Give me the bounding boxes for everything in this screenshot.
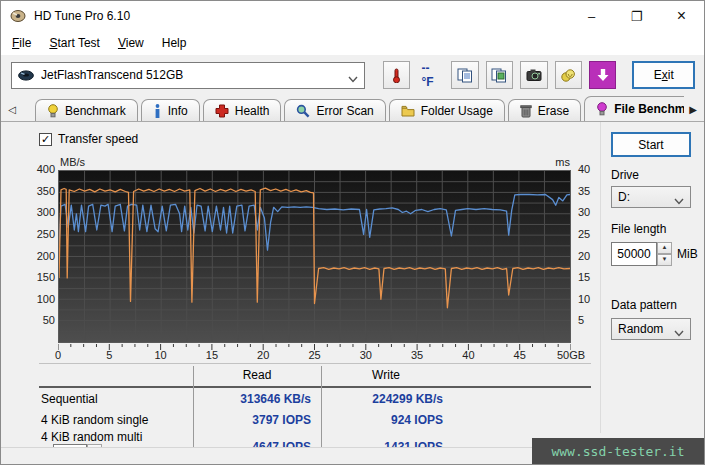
axis-tick-label: 50GB xyxy=(557,349,585,361)
folder-icon xyxy=(401,105,415,117)
controls-panel: Start Drive D: File length ▲▼ MiB Data p… xyxy=(600,122,704,433)
chart-plot-area xyxy=(58,170,571,343)
drive-disk-icon xyxy=(18,70,34,81)
spin-up-icon[interactable]: ▲ xyxy=(657,242,672,254)
transfer-speed-option[interactable]: ✓ Transfer speed xyxy=(39,132,138,146)
tabs-row: Benchmark Info Health Error Scan Folder … xyxy=(35,96,684,121)
menu-start-test[interactable]: Start Test xyxy=(40,33,109,53)
header-read: Read xyxy=(193,368,321,382)
axis-tick-label: 150 xyxy=(31,271,55,283)
axis-tick-label: 20 xyxy=(257,349,269,361)
screenshot-button[interactable] xyxy=(520,61,547,89)
transfer-speed-checkbox[interactable]: ✓ xyxy=(39,133,52,146)
copy-image-button[interactable] xyxy=(486,61,513,89)
save-button[interactable] xyxy=(589,61,616,89)
axis-tick-label: 200 xyxy=(31,250,55,262)
copy-text-icon xyxy=(457,68,473,83)
chevron-down-icon xyxy=(674,326,684,333)
random-single-write-value: 924 IOPS xyxy=(321,413,451,427)
row-label: Sequential xyxy=(39,392,193,406)
tab-file-benchmark[interactable]: File Benchm... xyxy=(584,96,684,121)
benchmark-results-table: Read Write Sequential 313646 KB/s 224299… xyxy=(39,363,591,451)
tab-benchmark[interactable]: Benchmark xyxy=(35,99,138,121)
y-right-unit-label: ms xyxy=(536,156,570,168)
file-length-label: File length xyxy=(611,222,666,236)
tab-scroll-right-icon[interactable]: ▶ xyxy=(684,99,702,119)
tab-error-scan[interactable]: Error Scan xyxy=(284,99,385,121)
table-divider xyxy=(321,366,322,450)
copy-text-button[interactable] xyxy=(451,61,478,89)
menu-file[interactable]: File xyxy=(3,33,40,53)
donate-button[interactable] xyxy=(555,61,582,89)
tab-folder-usage[interactable]: Folder Usage xyxy=(389,99,505,121)
tab-label: Health xyxy=(235,104,270,118)
magnifier-icon xyxy=(296,104,310,118)
axis-tick-label: 35 xyxy=(411,349,423,361)
data-pattern-label: Data pattern xyxy=(611,298,677,312)
axis-tick-label: 25 xyxy=(578,228,590,240)
device-select-value: JetFlashTranscend 512GB xyxy=(41,68,348,82)
transfer-speed-chart: MB/s ms 40035030025020015010050 40353025… xyxy=(31,156,591,371)
minimize-button[interactable]: – xyxy=(569,1,614,31)
temperature-button[interactable] xyxy=(383,61,410,89)
axis-tick-label: 40 xyxy=(578,163,590,175)
hd-tune-window: HD Tune Pro 6.10 – ❐ × File Start Test V… xyxy=(0,0,705,465)
tab-erase[interactable]: Erase xyxy=(508,99,581,121)
axis-tick-label: 20 xyxy=(578,250,590,262)
table-divider xyxy=(193,366,194,450)
temperature-readout: -- °F xyxy=(421,61,444,89)
tab-scroll-left-icon[interactable]: ◁ xyxy=(3,99,21,119)
menu-help[interactable]: Help xyxy=(153,33,196,53)
axis-tick-label: 10 xyxy=(578,293,590,305)
benchmark-bulb-icon xyxy=(47,104,59,118)
axis-tick-label: 250 xyxy=(31,228,55,240)
axis-tick-label: 10 xyxy=(154,349,166,361)
drive-select[interactable]: D: xyxy=(611,186,691,208)
toolbar: JetFlashTranscend 512GB -- °F Exit xyxy=(1,55,704,95)
axis-tick-label: 30 xyxy=(360,349,372,361)
data-pattern-value: Random xyxy=(618,322,674,336)
menu-view[interactable]: View xyxy=(109,33,153,53)
axis-tick-label: 15 xyxy=(206,349,218,361)
tab-label: Benchmark xyxy=(65,104,126,118)
tab-label: Folder Usage xyxy=(421,104,493,118)
chevron-down-icon xyxy=(348,72,358,79)
axis-tick-label: 100 xyxy=(31,293,55,305)
drive-select-value: D: xyxy=(618,190,674,204)
drive-label: Drive xyxy=(611,168,639,182)
axis-tick-label: 40 xyxy=(462,349,474,361)
header-write: Write xyxy=(321,368,451,382)
spin-down-icon[interactable]: ▼ xyxy=(657,254,672,266)
data-pattern-select[interactable]: Random xyxy=(611,318,691,340)
tab-label: Erase xyxy=(538,104,569,118)
close-button[interactable]: × xyxy=(659,1,704,31)
axis-tick-label: 25 xyxy=(308,349,320,361)
tab-info[interactable]: Info xyxy=(141,99,200,121)
row-label: 4 KiB random single xyxy=(39,413,193,427)
file-length-spinner[interactable] xyxy=(611,242,657,266)
thermometer-icon xyxy=(389,68,404,83)
file-length-control: ▲▼ MiB xyxy=(611,242,698,266)
tabbar: ◁ Benchmark Info Health Error Scan Folde… xyxy=(1,95,704,122)
titlebar: HD Tune Pro 6.10 – ❐ × xyxy=(1,1,704,31)
exit-button[interactable]: Exit xyxy=(632,61,695,89)
chevron-down-icon xyxy=(674,194,684,201)
tab-health[interactable]: Health xyxy=(203,99,282,121)
axis-tick-label: 50 xyxy=(31,314,55,326)
start-button[interactable]: Start xyxy=(611,132,691,157)
maximize-button[interactable]: ❐ xyxy=(614,1,659,31)
y-left-unit-label: MB/s xyxy=(60,156,85,168)
device-select[interactable]: JetFlashTranscend 512GB xyxy=(11,62,365,89)
file-length-unit: MiB xyxy=(677,247,698,261)
axis-tick-label: 35 xyxy=(578,185,590,197)
trash-icon xyxy=(520,104,532,118)
axis-tick-label: 45 xyxy=(514,349,526,361)
sequential-read-value: 313646 KB/s xyxy=(193,392,321,406)
health-cross-icon xyxy=(215,104,229,118)
axis-tick-label: 30 xyxy=(578,206,590,218)
axis-tick-label: 400 xyxy=(31,163,55,175)
tab-label: Info xyxy=(168,104,188,118)
file-length-input[interactable] xyxy=(611,242,657,266)
tab-label: Error Scan xyxy=(316,104,373,118)
axis-tick-label: 300 xyxy=(31,206,55,218)
